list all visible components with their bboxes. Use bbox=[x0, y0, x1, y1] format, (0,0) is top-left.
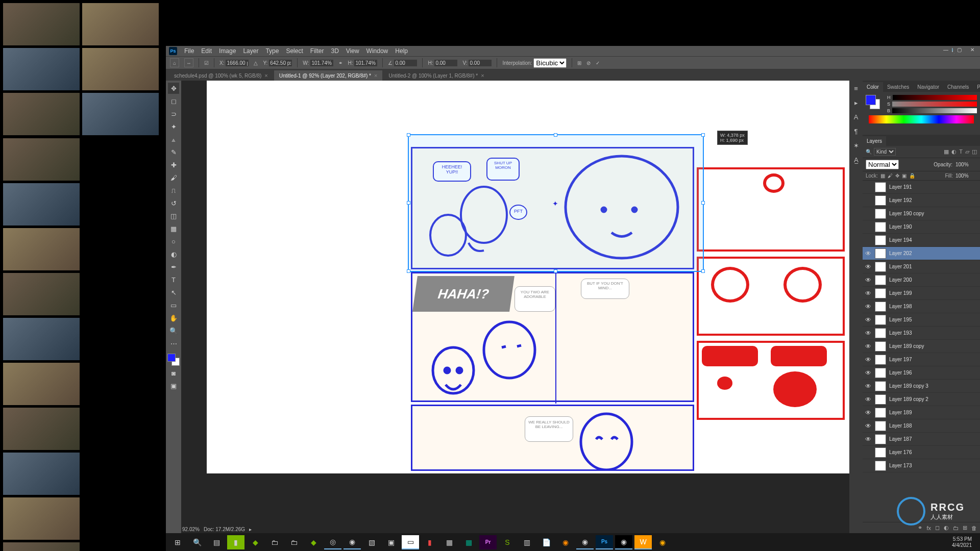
layer-row[interactable]: 👁Layer 201 bbox=[863, 260, 980, 273]
visibility-toggle-icon[interactable]: 👁 bbox=[865, 343, 872, 350]
type-tool[interactable]: T bbox=[168, 274, 179, 285]
maximize-button[interactable]: ▢ bbox=[953, 46, 965, 53]
blend-mode-select[interactable]: Normal bbox=[866, 160, 899, 169]
taskbar-app[interactable]: 📄 bbox=[537, 535, 555, 549]
zoom-level[interactable]: 92.02% bbox=[182, 527, 200, 532]
system-clock[interactable]: 5:53 PM 4/4/2021 bbox=[947, 536, 977, 548]
crop-tool[interactable]: ⟁ bbox=[168, 134, 179, 145]
taskbar-app[interactable]: ▭ bbox=[402, 535, 419, 549]
transform-handle[interactable] bbox=[407, 201, 410, 205]
brushes-panel-icon[interactable]: ✶ bbox=[851, 141, 861, 150]
character-panel-icon[interactable]: A bbox=[851, 112, 861, 121]
layer-list[interactable]: Layer 191Layer 192Layer 190 copyLayer 19… bbox=[863, 181, 980, 522]
layer-row[interactable]: Layer 190 copy bbox=[863, 207, 980, 220]
visibility-toggle-icon[interactable]: 👁 bbox=[865, 383, 872, 390]
channels-tab[interactable]: Channels bbox=[943, 82, 973, 92]
edit-toolbar-icon[interactable]: ⋯ bbox=[168, 338, 179, 349]
path-select-tool[interactable]: ↖ bbox=[168, 287, 179, 298]
video-tile[interactable] bbox=[3, 228, 80, 271]
task-view-button[interactable]: ▤ bbox=[208, 535, 225, 549]
visibility-toggle-icon[interactable]: 👁 bbox=[865, 409, 872, 416]
opacity-field[interactable] bbox=[955, 162, 977, 167]
transform-handle[interactable] bbox=[701, 269, 705, 273]
visibility-toggle-icon[interactable] bbox=[865, 462, 872, 469]
hue-slider[interactable] bbox=[893, 95, 977, 100]
dodge-tool[interactable]: ◐ bbox=[168, 248, 179, 260]
hand-tool[interactable]: ✋ bbox=[168, 312, 179, 323]
layer-row[interactable]: 👁Layer 189 copy bbox=[863, 340, 980, 353]
close-button[interactable]: ✕ bbox=[966, 46, 978, 53]
layer-thumbnail[interactable] bbox=[875, 328, 886, 338]
transform-selection[interactable]: ✦ bbox=[408, 134, 704, 272]
link-icon[interactable]: ⚭ bbox=[338, 60, 342, 66]
color-tab[interactable]: Color bbox=[863, 82, 883, 92]
layer-thumbnail[interactable] bbox=[875, 182, 886, 192]
menu-help[interactable]: Help bbox=[395, 47, 408, 55]
transform-handle[interactable] bbox=[701, 133, 705, 137]
transform-handle[interactable] bbox=[701, 201, 705, 205]
taskbar-app[interactable]: ◉ bbox=[344, 535, 361, 549]
taskbar-app[interactable]: ▦ bbox=[460, 535, 477, 549]
video-tile[interactable] bbox=[3, 92, 80, 136]
menu-layer[interactable]: Layer bbox=[243, 47, 258, 55]
checkbox-icon[interactable]: ☑ bbox=[204, 60, 209, 66]
reference-point-icon[interactable]: △ bbox=[254, 60, 258, 66]
layer-thumbnail[interactable] bbox=[875, 302, 886, 312]
layer-thumbnail[interactable] bbox=[875, 355, 886, 365]
magic-wand-tool[interactable]: ✦ bbox=[168, 121, 179, 132]
status-arrow-icon[interactable]: ▸ bbox=[249, 527, 252, 532]
menu-filter[interactable]: Filter bbox=[310, 47, 324, 55]
w-field[interactable] bbox=[310, 60, 333, 66]
layer-thumbnail[interactable] bbox=[875, 447, 886, 458]
transform-handle[interactable] bbox=[407, 269, 410, 273]
layer-thumbnail[interactable] bbox=[875, 222, 886, 232]
visibility-toggle-icon[interactable] bbox=[865, 184, 872, 191]
lock-position-icon[interactable]: ✥ bbox=[895, 173, 899, 179]
visibility-toggle-icon[interactable]: 👁 bbox=[865, 303, 872, 310]
layer-thumbnail[interactable] bbox=[875, 461, 886, 471]
visibility-toggle-icon[interactable] bbox=[865, 237, 872, 244]
video-tile[interactable] bbox=[3, 542, 80, 551]
menu-file[interactable]: File bbox=[184, 47, 194, 55]
taskbar-app[interactable]: ▥ bbox=[518, 535, 535, 549]
transform-handle[interactable] bbox=[554, 133, 557, 137]
quick-mask-icon[interactable]: ◙ bbox=[168, 367, 179, 379]
spectrum-bar[interactable] bbox=[869, 115, 974, 123]
menu-edit[interactable]: Edit bbox=[201, 47, 212, 55]
visibility-toggle-icon[interactable] bbox=[865, 197, 872, 204]
marquee-tool[interactable]: ◻ bbox=[168, 95, 179, 107]
layer-row[interactable]: 👁Layer 196 bbox=[863, 366, 980, 380]
layer-thumbnail[interactable] bbox=[875, 275, 886, 285]
layer-row[interactable]: 👁Layer 200 bbox=[863, 273, 980, 287]
layer-row[interactable]: 👁Layer 197 bbox=[863, 353, 980, 366]
visibility-toggle-icon[interactable]: 👁 bbox=[865, 330, 872, 337]
menu-window[interactable]: Window bbox=[366, 47, 388, 55]
y-field[interactable] bbox=[269, 60, 292, 66]
eraser-tool[interactable]: ◫ bbox=[168, 210, 179, 221]
layer-row[interactable]: 👁Layer 187 bbox=[863, 433, 980, 446]
visibility-toggle-icon[interactable] bbox=[865, 449, 872, 456]
layer-thumbnail[interactable] bbox=[875, 195, 886, 206]
layer-row[interactable]: 👁Layer 189 copy 3 bbox=[863, 380, 980, 393]
layer-row[interactable]: Layer 192 bbox=[863, 194, 980, 207]
layers-tab[interactable]: Layers bbox=[863, 136, 886, 146]
visibility-toggle-icon[interactable]: 👁 bbox=[865, 250, 872, 257]
taskbar-app[interactable]: ◎ bbox=[324, 535, 341, 549]
blur-tool[interactable]: ○ bbox=[168, 236, 179, 247]
search-button[interactable]: 🔍 bbox=[188, 535, 206, 549]
taskbar-app[interactable]: S bbox=[499, 535, 516, 549]
document-tab[interactable]: schedule4.psd @ 100% (wk 5, RGB/8)× bbox=[169, 70, 273, 81]
cancel-transform-icon[interactable]: ⊘ bbox=[586, 60, 591, 66]
video-tile[interactable] bbox=[82, 92, 159, 136]
video-tile[interactable] bbox=[3, 138, 80, 181]
layer-row[interactable]: 👁Layer 195 bbox=[863, 313, 980, 327]
premiere-icon[interactable]: Pr bbox=[479, 535, 497, 549]
start-button[interactable]: ⊞ bbox=[169, 535, 186, 549]
layer-row[interactable]: 👁Layer 193 bbox=[863, 327, 980, 340]
visibility-toggle-icon[interactable] bbox=[865, 223, 872, 231]
gradient-tool[interactable]: ▦ bbox=[168, 223, 179, 234]
blender-icon[interactable]: ◉ bbox=[557, 535, 574, 549]
skew-v-field[interactable] bbox=[469, 60, 492, 66]
lock-all-icon[interactable]: 🔒 bbox=[909, 173, 915, 179]
taskbar-app[interactable]: ▮ bbox=[227, 535, 244, 549]
